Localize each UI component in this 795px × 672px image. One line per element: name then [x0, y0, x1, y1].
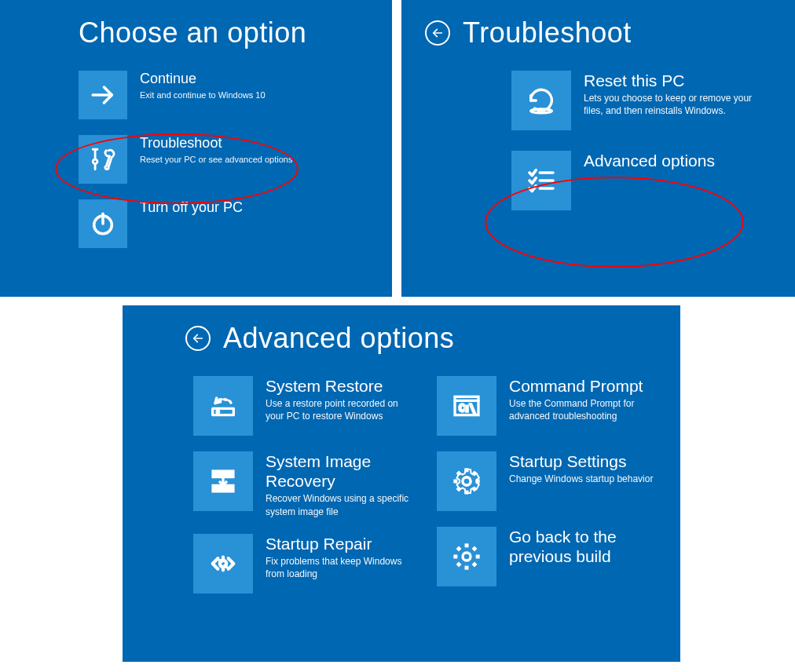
option-title: Go back to the previous build: [509, 527, 635, 566]
back-button[interactable]: [185, 326, 211, 351]
startup-settings-option[interactable]: Startup Settings Change Windows startup …: [437, 451, 657, 511]
option-title: Startup Repair: [266, 534, 413, 553]
startup-repair-option[interactable]: Startup Repair Fix problems that keep Wi…: [193, 534, 413, 593]
cmd-icon: C:\: [437, 376, 496, 436]
option-desc: Change Windows startup behavior: [509, 473, 653, 485]
svg-line-44: [473, 547, 475, 550]
option-title: Reset this PC: [584, 71, 757, 90]
page-title: Choose an option: [79, 19, 306, 47]
option-title: Continue: [140, 71, 266, 88]
option-desc: Exit and continue to Windows 10: [140, 89, 266, 101]
system-restore-option[interactable]: System Restore Use a restore point recor…: [193, 376, 413, 436]
troubleshoot-screen: Troubleshoot Reset this PC Lets you choo…: [401, 0, 795, 297]
page-title: Troubleshoot: [463, 19, 632, 47]
svg-line-42: [473, 563, 475, 565]
svg-point-36: [464, 554, 470, 560]
restore-icon: [193, 376, 253, 436]
option-title: System Image Recovery: [266, 451, 413, 491]
repair-icon: [193, 534, 253, 593]
back-button[interactable]: [425, 20, 450, 46]
option-title: Command Prompt: [509, 376, 657, 396]
continue-option[interactable]: Continue Exit and continue to Windows 10: [79, 71, 376, 119]
option-desc: Reset your PC or see advanced options: [140, 154, 292, 166]
gear-icon: [437, 451, 496, 511]
svg-line-32: [473, 488, 475, 490]
option-title: System Restore: [266, 376, 413, 396]
choose-option-screen: Choose an option Continue Exit and conti…: [0, 0, 392, 297]
svg-line-19: [220, 561, 222, 562]
turn-off-option[interactable]: Turn off your PC: [79, 199, 376, 248]
svg-point-26: [464, 479, 470, 484]
troubleshoot-option[interactable]: Troubleshoot Reset your PC or see advanc…: [79, 135, 376, 184]
svg-line-34: [473, 472, 475, 474]
option-title: Advanced options: [584, 151, 715, 170]
svg-point-12: [217, 411, 219, 413]
option-desc: Use the Command Prompt for advanced trou…: [509, 397, 657, 422]
svg-rect-13: [213, 471, 234, 477]
svg-line-31: [457, 472, 460, 474]
svg-text:C:\: C:\: [459, 403, 475, 414]
command-prompt-option[interactable]: C:\ Command Prompt Use the Command Promp…: [437, 376, 657, 436]
advanced-options-option[interactable]: Advanced options: [511, 151, 779, 210]
option-desc: Recover Windows using a specific system …: [266, 492, 413, 517]
option-title: Startup Settings: [509, 451, 653, 471]
image-recovery-icon: [193, 451, 253, 511]
option-desc: Fix problems that keep Windows from load…: [266, 555, 413, 580]
gear-icon: [437, 527, 496, 586]
power-icon: [79, 199, 127, 248]
arrow-right-icon: [79, 71, 127, 119]
page-title: Advanced options: [223, 324, 454, 352]
svg-line-33: [457, 488, 460, 490]
svg-line-20: [225, 565, 226, 567]
tools-icon: [79, 135, 127, 184]
reset-icon: [511, 71, 571, 130]
svg-line-41: [457, 547, 460, 550]
go-back-build-option[interactable]: Go back to the previous build: [437, 527, 657, 586]
checklist-icon: [511, 151, 571, 210]
option-title: Turn off your PC: [140, 199, 243, 217]
system-image-recovery-option[interactable]: System Image Recovery Recover Windows us…: [193, 451, 413, 518]
advanced-options-screen: Advanced options System Restore Use a re…: [123, 305, 680, 662]
option-title: Troubleshoot: [140, 135, 292, 152]
svg-line-43: [457, 563, 460, 565]
reset-pc-option[interactable]: Reset this PC Lets you choose to keep or…: [511, 71, 779, 130]
option-desc: Use a restore point recorded on your PC …: [266, 397, 413, 422]
option-desc: Lets you choose to keep or remove your f…: [584, 92, 757, 117]
